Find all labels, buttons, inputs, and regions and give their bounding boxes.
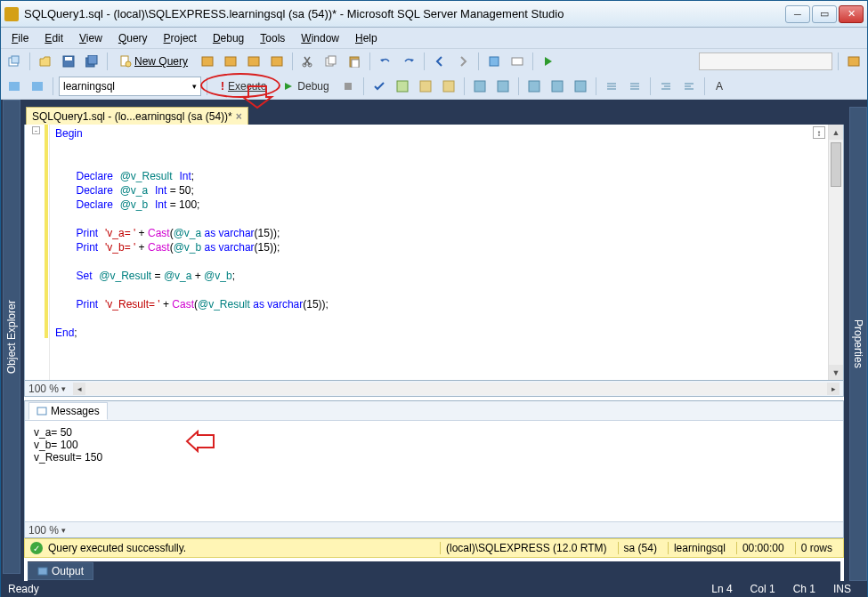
change-connection-button[interactable] [4, 77, 24, 96]
svg-rect-25 [420, 81, 431, 92]
menu-project[interactable]: Project [157, 30, 204, 46]
find-button[interactable] [507, 52, 527, 71]
save-all-button[interactable] [82, 52, 101, 71]
menu-window[interactable]: Window [294, 30, 346, 46]
status-col: Col 1 [742, 583, 784, 595]
menu-query[interactable]: Query [111, 30, 155, 46]
svg-rect-8 [202, 57, 213, 66]
svg-rect-27 [475, 81, 485, 92]
undo-button[interactable] [376, 52, 395, 71]
object-explorer-tab[interactable]: Object Explorer [3, 100, 20, 574]
code-zoom-value[interactable]: 100 % [28, 383, 59, 395]
messages-icon [37, 406, 47, 416]
cut-button[interactable] [298, 52, 318, 71]
app-icon [4, 7, 19, 21]
nav-back-button[interactable] [430, 52, 450, 71]
menu-file[interactable]: File [4, 30, 36, 46]
estimated-plan-button[interactable] [393, 77, 412, 96]
xmla-query-button[interactable] [267, 52, 287, 71]
messages-zoom-bar: 100 % ▾ [25, 521, 843, 537]
results-text-button[interactable] [548, 77, 567, 96]
code-scrollbar-v[interactable]: ▲ ▼ [828, 125, 843, 380]
disconnect-button[interactable] [28, 77, 47, 96]
collapse-icon[interactable]: - [32, 126, 40, 134]
redo-button[interactable] [399, 52, 418, 71]
messages-body[interactable]: v_a= 50 v_b= 100 v_Result= 150 [25, 421, 843, 521]
annotation-arrow-left [185, 430, 215, 453]
new-project-button[interactable] [4, 52, 24, 71]
specify-template-button[interactable]: A [710, 77, 730, 96]
sidebar-right[interactable]: Properties [848, 100, 867, 581]
code-scrollbar-h[interactable]: ◂▸ [73, 383, 840, 395]
document-tab[interactable]: SQLQuery1.sql - (lo...earningsql (sa (54… [26, 107, 248, 125]
menu-tools[interactable]: Tools [253, 30, 292, 46]
svg-point-7 [126, 61, 131, 67]
query-options-button[interactable] [416, 77, 435, 96]
svg-rect-20 [848, 57, 859, 66]
parse-button[interactable] [369, 77, 389, 96]
messages-tab[interactable]: Messages [28, 402, 108, 420]
svg-rect-3 [65, 57, 72, 61]
output-label: Output [52, 565, 84, 577]
code-editor[interactable]: - Begin Declare @v_Result Int; Declare @… [24, 125, 844, 381]
intellisense-button[interactable] [439, 77, 458, 96]
zoom-dropdown-icon[interactable]: ▾ [61, 384, 66, 393]
open-file-button[interactable] [36, 52, 55, 71]
database-combo[interactable]: learningsql ▾ [59, 77, 201, 96]
menu-help[interactable]: Help [348, 30, 385, 46]
output-tab[interactable]: Output [28, 562, 93, 580]
code-margin: - [25, 125, 50, 380]
debug-label: Debug [297, 80, 329, 93]
svg-rect-21 [9, 82, 20, 91]
status-ready: Ready [8, 583, 39, 595]
tab-close-icon[interactable]: × [236, 110, 242, 123]
svg-rect-22 [32, 82, 43, 91]
dropdown-icon: ▾ [192, 82, 197, 91]
outdent-button[interactable] [679, 77, 699, 96]
maximize-button[interactable]: ▭ [812, 5, 837, 23]
split-icon[interactable]: ↕ [813, 126, 825, 139]
menu-view[interactable]: View [72, 30, 110, 46]
db-engine-query-button[interactable] [198, 52, 217, 71]
svg-text:A: A [716, 80, 723, 93]
menu-edit[interactable]: Edit [37, 30, 70, 46]
query-status-bar: ✓ Query executed successfully. (local)\S… [24, 538, 844, 558]
nav-fwd-button[interactable] [453, 52, 473, 71]
messages-zoom-value[interactable]: 100 % [28, 524, 59, 536]
svg-rect-5 [88, 55, 97, 64]
client-stats-button[interactable] [493, 77, 513, 96]
uncomment-button[interactable] [625, 77, 645, 96]
zoom-dropdown-icon[interactable]: ▾ [61, 526, 66, 535]
svg-rect-23 [345, 83, 352, 90]
svg-rect-31 [575, 81, 586, 92]
sidebar-left[interactable]: Object Explorer [1, 100, 20, 581]
results-file-button[interactable] [571, 77, 590, 96]
menu-debug[interactable]: Debug [206, 30, 251, 46]
solution-combo[interactable] [699, 52, 832, 70]
comment-button[interactable] [602, 77, 621, 96]
stop-button[interactable] [338, 77, 358, 96]
properties-tab[interactable]: Properties [849, 107, 867, 581]
status-ch: Ch 1 [784, 583, 824, 595]
svg-rect-26 [443, 81, 454, 92]
analysis-query-button[interactable] [221, 52, 240, 71]
copy-button[interactable] [321, 52, 341, 71]
messages-tab-label: Messages [51, 405, 100, 417]
indent-button[interactable] [656, 77, 676, 96]
close-button[interactable]: ✕ [839, 5, 864, 23]
minimize-button[interactable]: ─ [785, 5, 810, 23]
debug-button[interactable]: Debug [278, 77, 334, 96]
code-text[interactable]: Begin Declare @v_Result Int; Declare @v_… [50, 125, 828, 380]
new-query-button[interactable]: New Query [113, 52, 194, 71]
results-grid-button[interactable] [524, 77, 544, 96]
start-button[interactable] [539, 52, 558, 71]
actual-plan-button[interactable] [470, 77, 490, 96]
execute-button[interactable]: ! Execute [213, 77, 274, 96]
activity-button[interactable] [484, 52, 504, 71]
mdx-query-button[interactable] [244, 52, 264, 71]
new-query-icon [119, 55, 132, 68]
solution-explorer-button[interactable] [844, 52, 864, 71]
document-tab-label: SQLQuery1.sql - (lo...earningsql (sa (54… [32, 110, 232, 123]
paste-button[interactable] [345, 52, 364, 71]
save-button[interactable] [59, 52, 78, 71]
